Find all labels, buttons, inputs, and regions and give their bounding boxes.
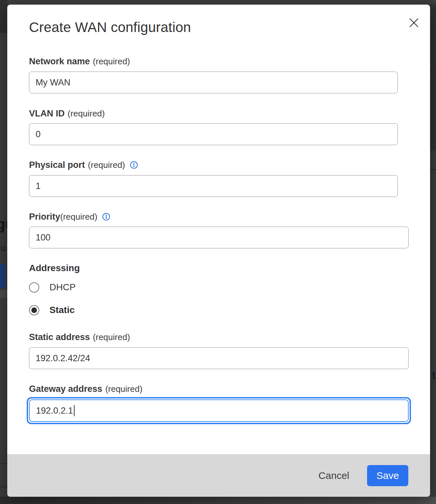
field-label-text: Static address — [29, 332, 90, 342]
field-label-text: VLAN ID — [29, 109, 65, 119]
vlan-id-input[interactable] — [29, 123, 398, 145]
required-hint: (required) — [105, 384, 142, 394]
gateway-address-input[interactable]: 192.0.2.1 — [29, 399, 409, 422]
field-label-text: Priority — [29, 212, 60, 222]
vlan-id-label: VLAN ID (required) — [29, 108, 430, 119]
radio-label: DHCP — [49, 282, 76, 293]
field-label-text: Gateway address — [29, 384, 102, 394]
background-divider — [430, 150, 436, 151]
addressing-option-dhcp[interactable]: DHCP — [29, 282, 430, 293]
background-bottom-strip — [0, 497, 436, 504]
close-icon — [409, 18, 419, 27]
create-wan-dialog: Create WAN configuration Network name (r… — [7, 5, 430, 497]
radio-label: Static — [49, 305, 75, 315]
required-hint: (required) — [68, 109, 105, 119]
background-row-fragment — [0, 290, 7, 298]
cancel-button[interactable]: Cancel — [317, 467, 351, 485]
background-text-fragment: t — [432, 369, 435, 382]
priority-input[interactable] — [29, 227, 409, 248]
network-name-label: Network name (required) — [29, 56, 430, 67]
dialog-title: Create WAN configuration — [29, 19, 430, 36]
required-hint: (required) — [60, 212, 98, 222]
required-hint: (required) — [88, 160, 125, 170]
static-address-input[interactable] — [29, 347, 409, 369]
gateway-address-value: 192.0.2.1 — [36, 406, 73, 416]
priority-label: Priority (required) — [29, 211, 430, 222]
physical-port-label: Physical port (required) — [29, 160, 430, 170]
info-icon[interactable] — [102, 213, 110, 221]
gateway-address-label: Gateway address (required) — [29, 384, 430, 394]
close-button[interactable] — [409, 18, 419, 28]
background-divider — [0, 487, 7, 487]
background-text-fragment: u — [1, 243, 6, 253]
dialog-footer: Cancel Save — [7, 454, 430, 497]
info-icon[interactable] — [130, 161, 138, 169]
background-divider — [0, 463, 7, 464]
required-hint: (required) — [93, 332, 130, 342]
physical-port-input[interactable] — [29, 175, 398, 197]
background-blue-button-fragment — [0, 264, 5, 288]
addressing-heading: Addressing — [29, 263, 430, 273]
background-corner-patch — [0, 0, 7, 33]
save-button[interactable]: Save — [367, 465, 408, 486]
required-hint: (required) — [93, 56, 130, 67]
static-address-label: Static address (required) — [29, 332, 430, 342]
gateway-address-focus-ring: 192.0.2.1 — [27, 397, 411, 424]
radio-selected-icon[interactable] — [29, 305, 39, 315]
radio-unselected-icon[interactable] — [29, 282, 39, 293]
dialog-body: Create WAN configuration Network name (r… — [7, 5, 430, 454]
field-label-text: Network name — [29, 56, 90, 67]
field-label-text: Physical port — [29, 160, 85, 170]
screen: gu u : l t Create WAN configuration Netw… — [0, 0, 436, 504]
text-cursor — [74, 405, 75, 416]
background-right-column — [430, 5, 436, 150]
network-name-input[interactable] — [29, 72, 398, 93]
background-divider — [430, 169, 436, 170]
addressing-option-static[interactable]: Static — [29, 305, 430, 315]
